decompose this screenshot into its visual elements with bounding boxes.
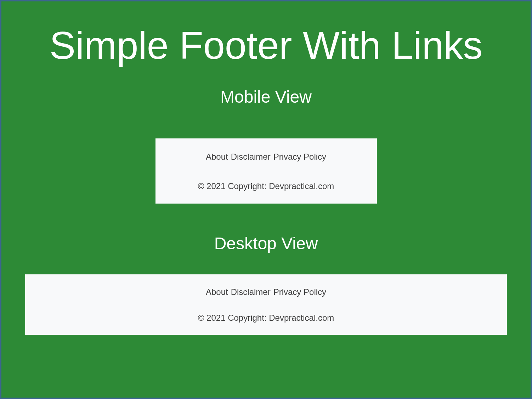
footer-desktop-link-privacy[interactable]: Privacy Policy [273, 287, 326, 297]
desktop-view-heading: Desktop View [214, 234, 318, 253]
footer-desktop-links: About Disclaimer Privacy Policy [206, 287, 326, 297]
footer-mobile-link-about[interactable]: About [206, 152, 228, 162]
footer-mobile-links: About Disclaimer Privacy Policy [206, 152, 326, 162]
footer-desktop-link-disclaimer[interactable]: Disclaimer [231, 287, 271, 297]
mobile-view-heading: Mobile View [220, 87, 312, 107]
footer-desktop-link-about[interactable]: About [206, 287, 228, 297]
footer-desktop-copyright: © 2021 Copyright: Devpractical.com [198, 313, 334, 323]
footer-desktop: About Disclaimer Privacy Policy © 2021 C… [25, 274, 507, 335]
footer-mobile: About Disclaimer Privacy Policy © 2021 C… [155, 138, 377, 204]
page-container: Simple Footer With Links Mobile View Abo… [0, 0, 532, 399]
footer-mobile-link-privacy[interactable]: Privacy Policy [273, 152, 326, 162]
footer-mobile-link-disclaimer[interactable]: Disclaimer [231, 152, 271, 162]
footer-mobile-copyright: © 2021 Copyright: Devpractical.com [198, 181, 334, 191]
page-title: Simple Footer With Links [50, 23, 483, 68]
